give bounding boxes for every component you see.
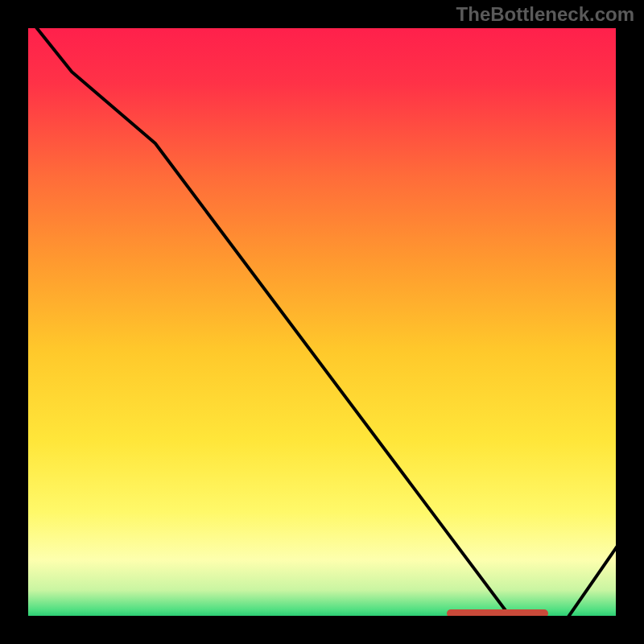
optimal-range-marker — [447, 609, 548, 617]
background-gradient — [24, 24, 620, 620]
watermark-text: TheBottleneck.com — [456, 3, 634, 26]
svg-rect-0 — [24, 24, 620, 620]
plot-area — [24, 24, 620, 620]
chart-frame: TheBottleneck.com — [0, 0, 644, 644]
